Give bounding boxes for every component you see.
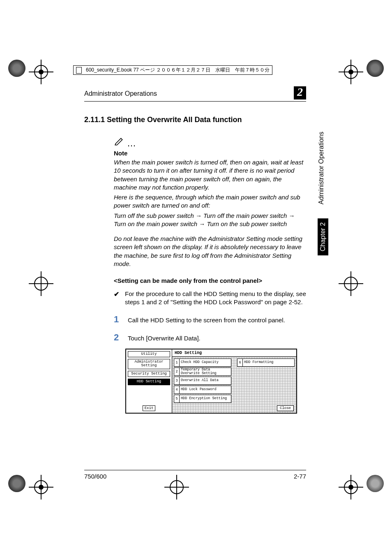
sidebar-tab-hdd[interactable]: HDD Setting <box>128 379 170 385</box>
side-title-label: Administrator Operations <box>318 132 328 204</box>
step-number: 1 <box>114 314 120 325</box>
note-body: When the main power switch is turned off… <box>114 158 306 268</box>
print-dot-icon <box>367 475 384 492</box>
step-text: Touch [Overwrite All Data]. <box>128 335 201 342</box>
device-screenshot: Utility Administrator Setting Security S… <box>125 349 297 414</box>
page: 600_security_E.book 77 ページ ２００６年１２月２７日 水… <box>0 0 392 555</box>
print-dot-icon <box>8 60 25 77</box>
note-paragraph: Do not leave the machine with the Admini… <box>114 235 306 268</box>
step-2: 2 Touch [Overwrite All Data]. <box>114 332 306 343</box>
page-footer: 750/600 2-77 <box>84 470 306 480</box>
registration-mark-icon <box>29 60 53 84</box>
step-number: 2 <box>114 332 120 343</box>
source-file-label: 600_security_E.book 77 ページ ２００６年１２月２７日 水… <box>86 67 270 74</box>
content-area: Administrator Operations 2 2.11.1 Settin… <box>84 86 306 414</box>
bullet-text: For the procedure to call the HDD Settin… <box>125 290 306 307</box>
registration-mark-icon <box>339 475 363 500</box>
chapter-number-badge: 2 <box>294 86 306 99</box>
svg-point-3 <box>39 69 44 74</box>
source-file-bar: 600_security_E.book 77 ページ ２００６年１２月２７日 水… <box>73 65 272 75</box>
svg-point-21 <box>348 485 353 490</box>
side-chapter-label: Chapter 2 <box>318 218 328 255</box>
print-dot-icon <box>367 60 384 77</box>
prerequisite-bullet: ✔ For the procedure to call the HDD Sett… <box>114 290 306 307</box>
menu-item-check-capacity[interactable]: 1Check HDD Capacity <box>174 358 231 367</box>
svg-point-17 <box>39 485 44 490</box>
sidebar-tab-security[interactable]: Security Setting <box>128 371 170 377</box>
footer-model: 750/600 <box>84 473 106 480</box>
menu-item-lock-password[interactable]: 4HDD Lock Password <box>174 386 231 394</box>
exit-button[interactable]: Exit <box>143 405 156 411</box>
close-button[interactable]: Close <box>277 405 294 411</box>
menu-item-hdd-formatting[interactable]: 6HDD Formatting <box>237 358 295 367</box>
running-head: Administrator Operations 2 <box>84 86 306 102</box>
step-text: Call the HDD Setting to the screen from … <box>128 317 285 324</box>
side-tab: Chapter 2 Administrator Operations <box>318 132 328 255</box>
document-icon <box>76 67 82 74</box>
note-paragraph: Turn off the sub power switch → Turn off… <box>114 212 306 229</box>
registration-mark-icon <box>339 60 363 84</box>
svg-point-7 <box>348 69 353 74</box>
print-dot-icon <box>8 475 25 492</box>
running-head-text: Administrator Operations <box>84 90 157 97</box>
note-paragraph: Here is the sequence, through which the … <box>114 193 306 210</box>
note-head: … <box>114 136 306 148</box>
step-1: 1 Call the HDD Setting to the screen fro… <box>114 314 306 325</box>
note-block: … Note When the main power switch is tur… <box>114 136 306 268</box>
section-heading: 2.11.1 Setting the Overwrite All Data fu… <box>84 116 306 124</box>
registration-mark-icon <box>339 271 363 296</box>
registration-mark-icon <box>29 271 53 296</box>
note-paragraph: When the main power switch is turned off… <box>114 158 306 192</box>
footer-pageno: 2-77 <box>294 473 306 480</box>
checkmark-icon: ✔ <box>114 290 119 307</box>
menu-item-overwrite-all[interactable]: 3Overwrite All Data <box>174 377 231 385</box>
screenshot-main: HDD Setting 1Check HDD Capacity 6HDD For… <box>172 349 296 413</box>
registration-mark-icon <box>29 475 53 500</box>
ellipsis-icon: … <box>127 142 137 148</box>
sidebar-tab-admin[interactable]: Administrator Setting <box>128 359 170 369</box>
note-label: Note <box>114 150 306 157</box>
sub-heading: <Setting can be made only from the contr… <box>114 277 306 284</box>
menu-item-temp-overwrite[interactable]: 2Temporary Data Overwrite Setting <box>174 368 231 376</box>
menu-item-encryption[interactable]: 5HDD Encryption Setting <box>174 395 231 403</box>
pencil-icon <box>114 136 125 148</box>
sidebar-tab-utility[interactable]: Utility <box>128 351 170 357</box>
screenshot-title: HDD Setting <box>172 349 296 357</box>
menu-grid: 1Check HDD Capacity 6HDD Formatting 2Tem… <box>172 357 296 405</box>
screenshot-sidebar: Utility Administrator Setting Security S… <box>126 349 172 413</box>
